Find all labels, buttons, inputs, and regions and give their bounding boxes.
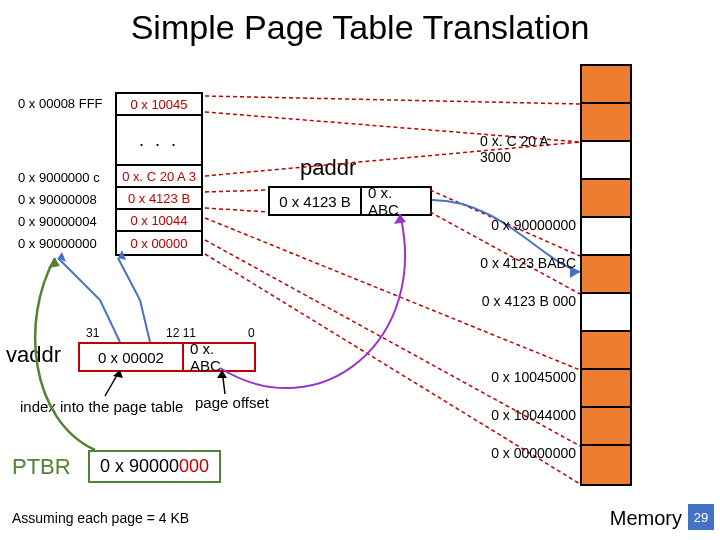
mem-label: 0 x 00000000: [480, 434, 576, 472]
ptbr-box: 0 x 90000000: [88, 450, 221, 483]
svg-line-12: [105, 370, 120, 396]
mem-label: 0 x. C 20 A 3000: [480, 130, 576, 168]
offset-caption: page offset: [195, 394, 269, 411]
mem-row-8: [582, 370, 630, 408]
mem-label: 0 x 4123 B 000: [480, 282, 576, 320]
mem-row-7: [582, 332, 630, 370]
mem-row-10: [582, 446, 630, 484]
pt-ellipsis: . . .: [117, 116, 201, 166]
vaddr-index: 0 x 00002: [80, 344, 184, 370]
mem-label: 0 x 4123 BABC: [480, 244, 576, 282]
mem-row-5: [582, 256, 630, 294]
paddr-box: 0 x 4123 B 0 x. ABC: [268, 186, 432, 216]
vaddr-box: 0 x 00002 0 x. ABC: [78, 342, 256, 372]
slide-number: 29: [688, 504, 714, 530]
bit-0: 0: [248, 326, 255, 340]
paddr-page: 0 x 4123 B: [270, 188, 362, 214]
mem-row-4: [582, 218, 630, 256]
memory-caption: Memory: [610, 507, 682, 530]
ptbr-label: PTBR: [12, 454, 71, 480]
mem-label: 0 x 10045000: [480, 358, 576, 396]
vaddr-offset: 0 x. ABC: [184, 344, 254, 370]
assumption-note: Assuming each page = 4 KB: [12, 510, 189, 526]
paddr-label: paddr: [300, 155, 356, 181]
svg-marker-17: [48, 258, 60, 268]
mem-row-9: [582, 408, 630, 446]
bit-12-11: 12 11: [166, 326, 196, 340]
ptbr-suffix: 000: [179, 456, 209, 476]
mem-row-6: [582, 294, 630, 332]
index-caption: index into the page table: [20, 398, 183, 415]
bit-31: 31: [86, 326, 99, 340]
mem-label: 0 x 90000000: [480, 206, 576, 244]
ptbr-prefix: 0 x 90000: [100, 456, 179, 476]
mem-row-1: [582, 104, 630, 142]
paddr-offset: 0 x. ABC: [362, 188, 430, 214]
mem-row-2: [582, 142, 630, 180]
vaddr-label: vaddr: [6, 342, 61, 368]
mem-label: 0 x 10044000: [480, 396, 576, 434]
pt-addr-top: 0 x 00008 FFF: [18, 92, 628, 114]
mem-row-0: [582, 66, 630, 104]
mem-row-3: [582, 180, 630, 218]
memory-column: [580, 64, 632, 486]
slide-title: Simple Page Table Translation: [0, 0, 720, 47]
